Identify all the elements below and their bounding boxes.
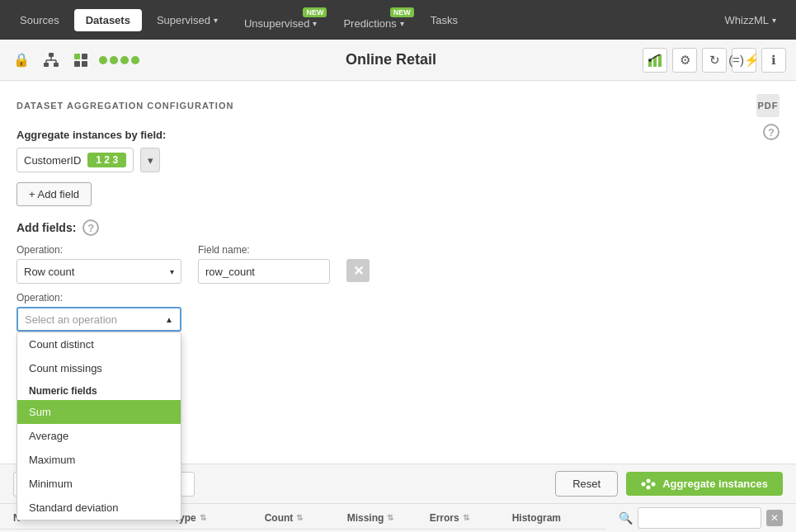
operation-label-1: Operation: xyxy=(16,244,181,256)
field-name-group-1: Field name: xyxy=(198,244,330,284)
search-icon[interactable]: 🔍 xyxy=(619,511,633,525)
operation-dropdown-arrow-2: ▲ xyxy=(165,315,173,324)
nav-item-unsupervised[interactable]: NEW Unsupervised ▾ xyxy=(233,6,329,35)
field-name-label-1: Field name: xyxy=(198,244,330,256)
unsupervised-dropdown-arrow: ▾ xyxy=(313,19,317,28)
dataset-icon[interactable] xyxy=(69,49,92,72)
pdf-button[interactable]: PDF xyxy=(756,94,780,117)
toolbar-right-buttons: ⚙ ↻ (=)⚡ ℹ xyxy=(643,48,786,73)
operation-dropdown-1[interactable]: Row count ▾ xyxy=(16,259,181,284)
errors-sort-icon[interactable]: ⇅ xyxy=(463,513,469,522)
th-type: Type ⇅ xyxy=(174,512,265,524)
svg-rect-13 xyxy=(658,54,662,67)
aggregate-by-label: Aggregate instances by field: xyxy=(16,129,780,141)
svg-rect-1 xyxy=(44,63,49,67)
dropdown-item-average[interactable]: Average xyxy=(17,424,181,448)
operation-dropdown-arrow-1: ▾ xyxy=(170,267,174,276)
th-count: Count ⇅ xyxy=(265,512,347,524)
dot-2 xyxy=(110,56,118,64)
search-clear-button[interactable]: ✕ xyxy=(766,510,783,526)
add-field-button[interactable]: + Add field xyxy=(16,182,92,206)
dropdown-group-numeric: Numeric fields xyxy=(17,380,181,400)
field-select-customerid[interactable]: CustomerID 1 2 3 xyxy=(16,148,134,172)
dropdown-item-sum[interactable]: Sum xyxy=(17,400,181,424)
chart-icon[interactable] xyxy=(643,48,667,73)
svg-rect-9 xyxy=(74,61,80,67)
refresh-icon[interactable]: ↻ xyxy=(702,48,727,73)
status-dots xyxy=(99,56,139,64)
user-dropdown-arrow: ▾ xyxy=(772,16,776,25)
nav-item-datasets[interactable]: Datasets xyxy=(74,9,142,31)
nav-item-predictions[interactable]: NEW Predictions ▾ xyxy=(332,6,415,35)
nav-user-menu[interactable]: WhizzML ▾ xyxy=(714,9,788,31)
section-title: DATASET AGGREGATION CONFIGURATION PDF xyxy=(16,94,780,117)
operation-group-1: Operation: Row count ▾ xyxy=(16,244,181,284)
svg-rect-8 xyxy=(82,54,87,59)
search-input[interactable] xyxy=(638,507,761,529)
help-icon-fields[interactable]: ? xyxy=(82,219,99,236)
aggregate-field-row: CustomerID 1 2 3 ▾ xyxy=(16,148,780,172)
svg-point-15 xyxy=(642,482,646,486)
svg-point-14 xyxy=(648,59,652,62)
first-operation-row: Operation: Row count ▾ Field name: ✕ xyxy=(16,244,780,284)
dropdown-item-maximum[interactable]: Maximum xyxy=(17,448,181,472)
svg-point-16 xyxy=(647,478,651,483)
search-row: 🔍 ✕ xyxy=(605,504,796,532)
dot-1 xyxy=(99,56,107,64)
dropdown-item-count-missings[interactable]: Count missings xyxy=(17,356,181,380)
field-name-input-1[interactable] xyxy=(198,259,330,284)
svg-rect-2 xyxy=(54,63,59,67)
dropdown-item-minimum[interactable]: Minimum xyxy=(17,472,181,496)
dot-4 xyxy=(131,56,139,64)
field-select-arrow[interactable]: ▾ xyxy=(140,148,160,172)
predictions-dropdown-arrow: ▾ xyxy=(400,19,404,28)
second-toolbar: 🔒 Online Retail xyxy=(0,40,796,81)
missing-sort-icon[interactable]: ⇅ xyxy=(387,513,393,522)
page-title: Online Retail xyxy=(146,51,636,68)
th-missing: Missing ⇅ xyxy=(347,512,430,524)
second-operation-row: Operation: Select an operation ▲ Count d… xyxy=(16,292,780,332)
add-fields-section: Add fields: ? Operation: Row count ▾ Fie… xyxy=(16,219,780,332)
svg-rect-7 xyxy=(74,54,80,59)
main-content: DATASET AGGREGATION CONFIGURATION PDF ? … xyxy=(0,81,796,532)
dropdown-item-standard-deviation[interactable]: Standard deviation xyxy=(17,496,181,520)
unsupervised-badge: NEW xyxy=(303,7,327,17)
operation-label-2: Operation: xyxy=(16,292,780,304)
dropdown-item-count-distinct[interactable]: Count distinct xyxy=(17,332,181,356)
operation-dropdown-container-2: Select an operation ▲ Count distinct Cou… xyxy=(16,307,780,332)
field-type-badge: 1 2 3 xyxy=(87,153,126,167)
remove-button-1[interactable]: ✕ xyxy=(346,259,370,282)
nav-item-supervised[interactable]: Supervised ▾ xyxy=(145,9,229,31)
top-navigation: Sources Datasets Supervised ▾ NEW Unsupe… xyxy=(0,0,796,40)
operation-dropdown-menu: Count distinct Count missings Numeric fi… xyxy=(16,332,181,520)
formula-icon[interactable]: (=)⚡ xyxy=(732,48,756,73)
add-fields-header: Add fields: ? xyxy=(16,219,780,236)
predictions-badge: NEW xyxy=(390,7,414,17)
nav-item-tasks[interactable]: Tasks xyxy=(419,9,469,31)
type-sort-icon[interactable]: ⇅ xyxy=(200,513,206,522)
svg-point-17 xyxy=(652,482,656,486)
svg-point-18 xyxy=(647,485,651,489)
th-histogram: Histogram xyxy=(512,512,592,524)
svg-rect-0 xyxy=(49,53,54,57)
aggregate-icon xyxy=(641,478,656,490)
hierarchy-icon[interactable] xyxy=(40,49,63,72)
settings-icon[interactable]: ⚙ xyxy=(672,48,697,73)
help-icon-top[interactable]: ? xyxy=(763,124,780,140)
operation-dropdown-2[interactable]: Select an operation ▲ xyxy=(16,307,181,332)
reset-button[interactable]: Reset xyxy=(555,471,618,497)
svg-rect-10 xyxy=(82,61,87,67)
th-errors: Errors ⇅ xyxy=(430,512,512,524)
dot-3 xyxy=(120,56,129,64)
count-sort-icon[interactable]: ⇅ xyxy=(296,513,303,522)
info-icon[interactable]: ℹ xyxy=(761,48,786,73)
supervised-dropdown-arrow: ▾ xyxy=(214,16,218,25)
lock-icon[interactable]: 🔒 xyxy=(10,49,33,72)
aggregate-instances-button[interactable]: Aggregate instances xyxy=(626,472,783,496)
nav-item-sources[interactable]: Sources xyxy=(8,9,71,31)
